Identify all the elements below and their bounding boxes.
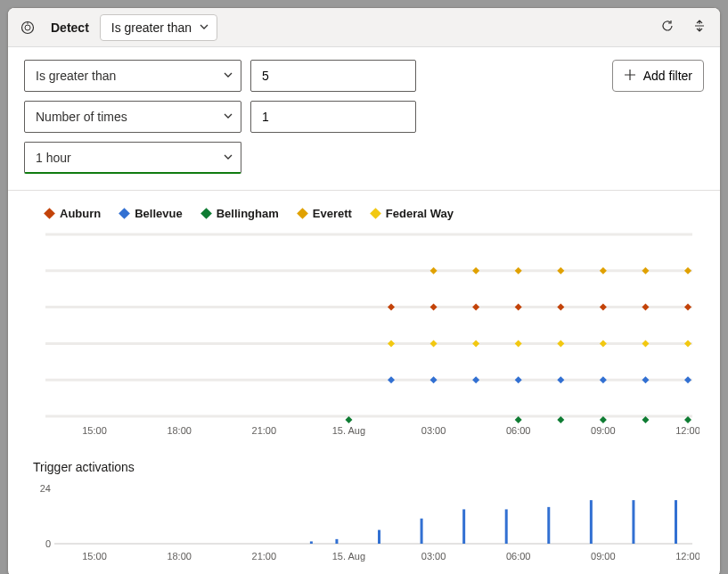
chevron-down-icon bbox=[223, 151, 233, 165]
count-select-label: Number of times bbox=[36, 110, 127, 124]
svg-text:06:00: 06:00 bbox=[506, 425, 531, 436]
legend-label: Auburn bbox=[60, 207, 101, 220]
chevron-down-icon bbox=[223, 69, 233, 83]
svg-text:15:00: 15:00 bbox=[82, 425, 107, 436]
add-filter-label: Add filter bbox=[643, 69, 692, 83]
legend: AuburnBellevueBellinghamEverettFederal W… bbox=[45, 207, 699, 220]
svg-text:18:00: 18:00 bbox=[167, 425, 192, 436]
legend-label: Everett bbox=[313, 207, 352, 220]
legend-label: Federal Way bbox=[386, 207, 454, 220]
svg-text:12:00: 12:00 bbox=[675, 425, 699, 436]
filters-panel: Is greater than Add filter Number of tim… bbox=[8, 47, 720, 190]
add-filter-button[interactable]: Add filter bbox=[612, 60, 704, 92]
plus-icon bbox=[624, 69, 636, 84]
count-input[interactable] bbox=[262, 110, 408, 124]
threshold-input[interactable] bbox=[262, 69, 408, 83]
svg-text:06:00: 06:00 bbox=[506, 551, 531, 562]
svg-text:09:00: 09:00 bbox=[591, 425, 616, 436]
svg-text:12:00: 12:00 bbox=[675, 551, 699, 562]
svg-rect-36 bbox=[675, 500, 677, 544]
refresh-button[interactable] bbox=[654, 14, 681, 41]
threshold-input-wrap bbox=[250, 60, 416, 92]
window: Detect Is greater than Is greater than bbox=[7, 7, 721, 574]
diamond-icon bbox=[297, 208, 308, 219]
svg-point-1 bbox=[25, 25, 30, 30]
svg-text:03:00: 03:00 bbox=[421, 551, 446, 562]
svg-rect-35 bbox=[632, 500, 634, 544]
diamond-icon bbox=[44, 208, 55, 219]
svg-text:21:00: 21:00 bbox=[252, 551, 277, 562]
step-pill-label: Is greater than bbox=[111, 20, 192, 35]
pipeline-config-icon bbox=[15, 15, 40, 40]
legend-item[interactable]: Auburn bbox=[45, 207, 101, 220]
count-input-wrap bbox=[250, 101, 416, 133]
window-select[interactable]: 1 hour bbox=[24, 142, 241, 174]
collapse-icon bbox=[692, 19, 707, 36]
svg-rect-34 bbox=[590, 500, 593, 544]
collapse-button[interactable] bbox=[686, 14, 713, 41]
chevron-down-icon bbox=[199, 20, 209, 35]
svg-rect-27 bbox=[310, 541, 313, 544]
legend-item[interactable]: Bellevue bbox=[120, 207, 182, 220]
svg-rect-30 bbox=[421, 519, 423, 544]
scatter-chart: 15:0018:0021:0015. Aug03:0006:0009:0012:… bbox=[29, 229, 699, 441]
svg-text:21:00: 21:00 bbox=[252, 425, 277, 436]
svg-rect-29 bbox=[378, 530, 380, 544]
detect-label: Detect bbox=[45, 20, 94, 35]
chevron-down-icon bbox=[223, 110, 233, 124]
svg-text:15:00: 15:00 bbox=[82, 551, 107, 562]
svg-text:09:00: 09:00 bbox=[591, 551, 616, 562]
step-pill[interactable]: Is greater than bbox=[100, 14, 217, 41]
chart-zone: AuburnBellevueBellinghamEverettFederal W… bbox=[8, 191, 720, 574]
operator-select[interactable]: Is greater than bbox=[24, 60, 241, 92]
legend-item[interactable]: Everett bbox=[299, 207, 352, 220]
svg-text:24: 24 bbox=[40, 483, 51, 494]
window-select-label: 1 hour bbox=[36, 151, 71, 165]
svg-rect-31 bbox=[462, 509, 465, 544]
svg-text:18:00: 18:00 bbox=[167, 551, 192, 562]
svg-text:15. Aug: 15. Aug bbox=[332, 425, 365, 436]
operator-select-label: Is greater than bbox=[36, 69, 116, 83]
svg-text:03:00: 03:00 bbox=[421, 425, 446, 436]
refresh-icon bbox=[660, 19, 675, 36]
legend-item[interactable]: Federal Way bbox=[372, 207, 454, 220]
toolbar: Detect Is greater than bbox=[8, 8, 720, 47]
svg-rect-33 bbox=[547, 507, 550, 544]
svg-text:15. Aug: 15. Aug bbox=[332, 551, 365, 562]
legend-label: Bellevue bbox=[135, 207, 182, 220]
diamond-icon bbox=[200, 208, 212, 219]
count-select[interactable]: Number of times bbox=[24, 101, 241, 133]
diamond-icon bbox=[370, 208, 381, 219]
legend-label: Bellingham bbox=[217, 207, 279, 220]
bar-chart-title: Trigger activations bbox=[33, 460, 699, 474]
svg-rect-32 bbox=[505, 509, 508, 544]
svg-rect-28 bbox=[335, 539, 338, 544]
legend-item[interactable]: Bellingham bbox=[202, 207, 279, 220]
diamond-icon bbox=[119, 208, 130, 219]
bar-chart: 02415:0018:0021:0015. Aug03:0006:0009:00… bbox=[29, 476, 699, 565]
svg-text:0: 0 bbox=[45, 538, 51, 549]
